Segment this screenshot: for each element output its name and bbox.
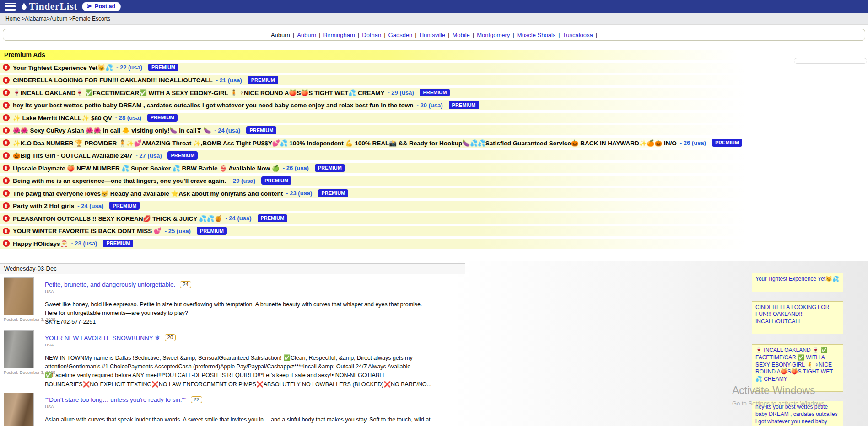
listing-item: Posted: December 3, 2025 “"Don't stare t… (0, 389, 465, 426)
premium-ad-row[interactable]: ⬆ hey its your best wettes petite baby D… (0, 100, 868, 110)
premium-badge[interactable]: PREMIUM (449, 101, 479, 109)
listing-title-link[interactable]: Petite, brunette, and dangerously unforg… (45, 281, 175, 288)
premium-badge[interactable]: PREMIUM (258, 214, 288, 223)
premium-badge[interactable]: PREMIUM (261, 176, 291, 185)
sidebar-ad-title[interactable]: Your Tightest Experience Yet😼💦 (755, 276, 840, 283)
up-arrow-icon: ⬆ (3, 165, 10, 171)
up-arrow-icon: ⬆ (3, 102, 10, 109)
premium-badge[interactable]: PREMIUM (318, 189, 348, 197)
premium-badge[interactable]: PREMIUM (315, 164, 345, 172)
premium-ad-row[interactable]: ⬆ 🍷INCALL OAKLAND🍷 ✅FACETIME/CAR✅ WITH A… (0, 88, 868, 98)
premium-ad-row[interactable]: ⬆ ✨ Lake Merritt INCALL✨ $80 QV - 28 (us… (0, 113, 868, 123)
city-link-gadsden[interactable]: Gadsden (388, 32, 413, 38)
site-logo[interactable]: TinderList (20, 0, 77, 12)
city-link-dothan[interactable]: Dothan (362, 32, 381, 38)
city-link-tuscaloosa[interactable]: Tuscaloosa (563, 32, 593, 38)
city-nav: Auburn| Auburn| Birmingham| Dothan| Gads… (271, 32, 597, 38)
sidebar-ad-more: ... (755, 383, 840, 389)
city-link-montgomery[interactable]: Montgomery (477, 32, 510, 38)
sidebar-ad-title[interactable]: CINDERELLA LOOKING FOR FUN!!! OAKLAND!!!… (755, 304, 840, 325)
breadcrumb[interactable]: Home >Alabama>Auburn >Female Escorts (5, 16, 110, 22)
premium-ad-title[interactable]: PLEASANTON OUTCALLS !! SEXY KOREAN💋 THIC… (13, 215, 222, 222)
premium-ad-title[interactable]: ✨ Lake Merritt INCALL✨ $80 QV (13, 114, 112, 122)
premium-ad-row[interactable]: ⬆ Being with me is an experience—one tha… (0, 176, 868, 186)
premium-ad-title[interactable]: hey its your best wettes petite baby DRE… (13, 102, 413, 109)
premium-ad-title[interactable]: Happy HOlidays🎅 (13, 240, 68, 247)
post-ad-label: Post ad (95, 3, 115, 10)
city-link-mobile[interactable]: Mobile (452, 32, 469, 38)
up-arrow-icon: ⬆ (3, 114, 10, 121)
premium-badge[interactable]: PREMIUM (109, 202, 140, 210)
premium-ad-title[interactable]: Your Tightest Experience Yet😼💦 (13, 64, 113, 71)
premium-ad-title[interactable]: Upscale Playmate 🍑 NEW NUMBER 💦 Super So… (13, 165, 280, 172)
sidebar-ad-title[interactable]: hey its your best wettes petite baby DRE… (755, 404, 840, 426)
premium-ad-title[interactable]: CINDERELLA LOOKING FOR FUN!!! OAKLAND!!!… (13, 77, 213, 84)
city-link-auburn[interactable]: Auburn (297, 32, 316, 38)
premium-ad-row[interactable]: ⬆ CINDERELLA LOOKING FOR FUN!!! OAKLAND!… (0, 75, 868, 85)
listing-title-link[interactable]: YOUR NEW FAVORITE SNOWBUNNY ❄ (45, 334, 160, 341)
premium-ad-row[interactable]: ⬆ PLEASANTON OUTCALLS !! SEXY KOREAN💋 TH… (0, 213, 868, 224)
listing-thumbnail[interactable] (4, 277, 34, 315)
premium-ad-meta: - 22 (usa) (116, 64, 142, 71)
up-arrow-icon: ⬆ (3, 89, 10, 96)
premium-ad-title[interactable]: 🌺🌺 Sexy CuRvy Asian 🌺🌺 in call 🐥 visitin… (13, 127, 211, 134)
premium-ad-row[interactable]: ⬆ YOUR WINTER FAVORITE IS BACK DONT MISS… (0, 226, 868, 236)
listing-country: USA (45, 342, 465, 347)
sidebar-ad-box[interactable]: hey its your best wettes petite baby DRE… (752, 401, 843, 426)
separator: | (293, 32, 294, 38)
up-arrow-icon: ⬆ (3, 139, 10, 146)
separator: | (415, 32, 416, 38)
premium-ad-title[interactable]: YOUR WINTER FAVORITE IS BACK DONT MISS 💕 (13, 227, 162, 234)
separator: | (596, 32, 597, 38)
premium-ad-row[interactable]: ⬆ ✨K.O Daa NUMBER 🏆 PROVIDER 🧍✨💕AMAZING … (0, 138, 868, 148)
premium-ad-meta: - 24 (usa) (225, 215, 251, 222)
sidebar-ad-box[interactable]: Your Tightest Experience Yet😼💦 ... (752, 273, 843, 292)
separator: | (319, 32, 320, 38)
city-link-muscle-shoals[interactable]: Muscle Shoals (517, 32, 556, 38)
post-ad-button[interactable]: Post ad (82, 2, 121, 11)
premium-badge[interactable]: PREMIUM (197, 227, 227, 235)
listing-thumbnail[interactable] (4, 393, 34, 426)
premium-ad-row[interactable]: ⬆ The pawg that everyone loves😸 Ready an… (0, 188, 868, 198)
premium-ad-meta: - 23 (usa) (71, 240, 97, 247)
city-link-huntsville[interactable]: Huntsville (420, 32, 445, 38)
up-arrow-icon: ⬆ (3, 202, 10, 209)
listing-thumbnail[interactable] (4, 330, 34, 368)
sidebar: Your Tightest Experience Yet😼💦 ... CINDE… (752, 273, 843, 426)
city-link-birmingham[interactable]: Birmingham (323, 32, 355, 38)
premium-badge[interactable]: PREMIUM (148, 64, 178, 72)
listing-description: Sweet like honey, bold like espresso. Pe… (45, 300, 431, 327)
premium-ad-row[interactable]: ⬆ Party with 2 Hot girls - 24 (usa) PREM… (0, 201, 868, 211)
listing-description: NEW IN TOWNMy name is Dallas !Seductive,… (45, 354, 431, 389)
sidebar-ad-box[interactable]: CINDERELLA LOOKING FOR FUN!!! OAKLAND!!!… (752, 301, 843, 335)
sidebar-ad-title[interactable]: 🍷 INCALL OAKLAND 🍷 ✅ FACETIME/CAR ✅ WITH… (755, 347, 840, 383)
premium-ad-row[interactable]: ⬆ Your Tightest Experience Yet😼💦 - 22 (u… (0, 63, 868, 73)
premium-badge[interactable]: PREMIUM (248, 76, 278, 84)
premium-badge[interactable]: PREMIUM (420, 89, 450, 97)
premium-ad-title[interactable]: The pawg that everyone loves😸 Ready and … (13, 190, 283, 197)
premium-ad-title[interactable]: Being with me is an experience—one that … (13, 177, 226, 184)
premium-badge[interactable]: PREMIUM (147, 114, 178, 122)
premium-badge[interactable]: PREMIUM (712, 139, 742, 147)
premium-ad-row[interactable]: ⬆ Upscale Playmate 🍑 NEW NUMBER 💦 Super … (0, 163, 868, 173)
age-badge: 24 (180, 281, 191, 288)
sidebar-ad-more: ... (755, 325, 840, 332)
premium-ad-title[interactable]: 🎃Big Tits Girl - OUTCALL Available 24/7 (13, 152, 132, 159)
premium-ad-title[interactable]: Party with 2 Hot girls (13, 202, 74, 209)
premium-ad-row[interactable]: ⬆ 🎃Big Tits Girl - OUTCALL Available 24/… (0, 150, 868, 160)
premium-badge[interactable]: PREMIUM (167, 151, 198, 160)
premium-ad-title[interactable]: ✨K.O Daa NUMBER 🏆 PROVIDER 🧍✨💕AMAZING Th… (13, 139, 677, 147)
premium-badge[interactable]: PREMIUM (246, 126, 276, 134)
top-navbar: TinderList Post ad (0, 0, 868, 13)
premium-ad-row[interactable]: ⬆ 🌺🌺 Sexy CuRvy Asian 🌺🌺 in call 🐥 visit… (0, 125, 868, 135)
menu-icon[interactable] (5, 3, 16, 11)
listing-body: YOUR NEW FAVORITE SNOWBUNNY ❄ 20 USA NEW… (45, 330, 465, 389)
sidebar-ad-box[interactable]: 🍷 INCALL OAKLAND 🍷 ✅ FACETIME/CAR ✅ WITH… (752, 344, 843, 392)
listing-left-col: Posted: December 3, 2025 (4, 277, 45, 327)
up-arrow-icon: ⬆ (3, 215, 10, 222)
premium-ad-title[interactable]: 🍷INCALL OAKLAND🍷 ✅FACETIME/CAR✅ WITH A S… (13, 89, 384, 96)
premium-ad-row[interactable]: ⬆ Happy HOlidays🎅 - 23 (usa) PREMIUM (0, 239, 868, 249)
premium-badge[interactable]: PREMIUM (103, 240, 133, 248)
listing-title-link[interactable]: “"Don't stare too long… unless you're re… (45, 396, 186, 403)
up-arrow-icon: ⬆ (3, 228, 10, 234)
